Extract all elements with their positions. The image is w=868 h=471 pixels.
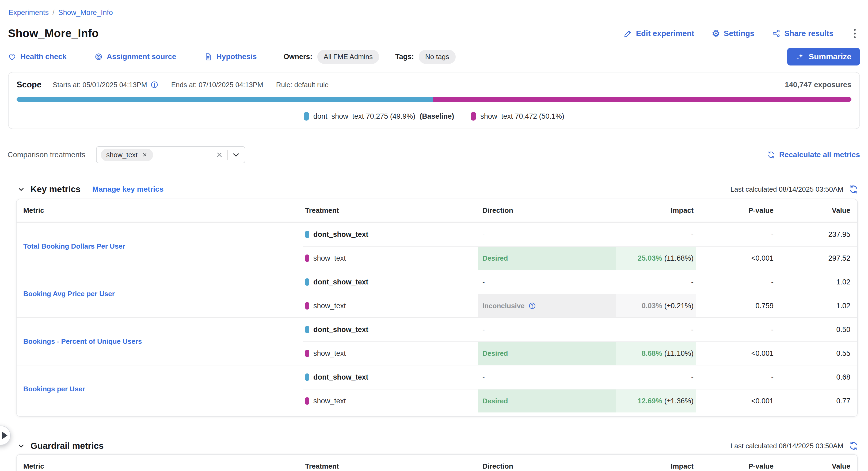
impact-value: -: [691, 278, 693, 286]
metric-value: 0.50: [836, 326, 850, 334]
metric-value: 0.77: [836, 397, 850, 405]
col-direction: Direction: [478, 206, 616, 215]
metric-link[interactable]: Total Booking Dollars Per User: [23, 242, 125, 250]
share-results-button[interactable]: Share results: [772, 29, 834, 38]
metric-value: 237.95: [828, 230, 850, 239]
impact-value: -: [691, 230, 693, 239]
pvalue: <0.001: [751, 349, 774, 358]
sidebar-expand-button[interactable]: [0, 426, 11, 445]
treatment-swatch-blue: [305, 278, 309, 286]
direction-value: Desired: [483, 349, 508, 358]
allocation-segment-show-text: [433, 97, 851, 102]
key-metrics-section-head: Key metrics Manage key metrics Last calc…: [17, 184, 858, 194]
treatment-chip: show_text: [101, 148, 153, 161]
metric-group: Bookings - Percent of Unique Users dont_…: [17, 317, 857, 365]
breadcrumb-experiments-link[interactable]: Experiments: [8, 8, 49, 17]
metric-link[interactable]: Bookings per User: [23, 385, 85, 393]
more-options-button[interactable]: [851, 27, 858, 40]
comparison-treatments-select[interactable]: show_text: [96, 146, 245, 163]
metric-link[interactable]: Booking Avg Price per User: [23, 290, 115, 298]
owners-pill[interactable]: All FME Admins: [317, 50, 379, 64]
edit-experiment-label: Edit experiment: [636, 29, 694, 38]
legend-baseline-suffix: (Baseline): [420, 112, 454, 121]
pvalue: -: [771, 326, 774, 334]
breadcrumb-current-link[interactable]: Show_More_Info: [58, 8, 113, 17]
metric-group: Bookings per User dont_show_text - - - 0…: [17, 365, 857, 412]
treatment-swatch-blue: [305, 326, 309, 333]
guardrail-metrics-title: Guardrail metrics: [31, 441, 103, 451]
direction-value: -: [483, 278, 485, 286]
impact-pct: 0.03%: [642, 302, 662, 310]
settings-label: Settings: [724, 29, 754, 38]
pencil-icon: [624, 29, 632, 38]
recalculate-label: Recalculate all metrics: [779, 150, 860, 159]
metric-group: Booking Avg Price per User dont_show_tex…: [17, 270, 857, 317]
metric-value: 1.02: [836, 302, 850, 310]
target-icon: [94, 53, 103, 61]
scope-ends-at: Ends at: 07/10/2025 04:13PM: [171, 81, 263, 89]
metric-value: 0.55: [836, 349, 850, 358]
refresh-icon[interactable]: [849, 441, 858, 451]
pvalue: 0.759: [755, 302, 774, 310]
pvalue: <0.001: [751, 254, 774, 263]
title-row: Show_More_Info Edit experiment ⚙ Setting…: [8, 27, 858, 40]
metric-link[interactable]: Bookings - Percent of Unique Users: [23, 337, 142, 346]
owners-label: Owners:: [284, 53, 312, 61]
impact-value: -: [691, 373, 693, 381]
meta-row: Health check Assignment source Hypothesi…: [8, 48, 860, 66]
info-icon[interactable]: [150, 81, 158, 89]
impact-ci: (±1.36%): [664, 397, 693, 405]
col-direction: Direction: [478, 462, 616, 470]
share-icon: [772, 29, 780, 38]
manage-key-metrics-link[interactable]: Manage key metrics: [92, 185, 163, 194]
exposures-count: 140,747 exposures: [785, 80, 851, 89]
recalculate-all-metrics-button[interactable]: Recalculate all metrics: [767, 150, 860, 159]
title-actions: Edit experiment ⚙ Settings Share results: [624, 27, 858, 40]
breadcrumb-separator: /: [53, 8, 55, 17]
chip-remove-icon[interactable]: [142, 152, 148, 158]
key-metrics-table: Metric Treatment Direction Impact P-valu…: [16, 199, 858, 417]
col-value: Value: [775, 462, 857, 470]
collapse-chevron-icon[interactable]: [17, 185, 25, 193]
hypothesis-link[interactable]: Hypothesis: [204, 53, 257, 61]
hypothesis-label: Hypothesis: [216, 53, 257, 61]
chevron-down-icon[interactable]: [231, 150, 241, 159]
treatment-name: show_text: [313, 349, 346, 358]
arrow-right-icon: [2, 432, 7, 439]
edit-experiment-button[interactable]: Edit experiment: [624, 29, 694, 38]
impact-pct: 8.68%: [642, 349, 662, 358]
legend-swatch-magenta: [471, 112, 476, 121]
scope-rule: Rule: default rule: [276, 81, 329, 89]
col-value: Value: [775, 206, 857, 215]
legend-swatch-blue: [304, 112, 309, 121]
document-icon: [204, 53, 213, 61]
metric-group: Total Booking Dollars Per User dont_show…: [17, 222, 857, 270]
summarize-button[interactable]: Summarize: [787, 48, 860, 66]
treatment-name: show_text: [313, 302, 346, 310]
col-metric: Metric: [17, 462, 303, 470]
allocation-legend: dont_show_text 70,275 (49.9%) (Baseline)…: [17, 112, 851, 121]
direction-value: -: [483, 326, 485, 334]
select-divider: [227, 150, 228, 160]
select-clear-icon[interactable]: [215, 151, 223, 159]
assignment-source-link[interactable]: Assignment source: [94, 53, 176, 61]
impact-pct: 25.03%: [638, 254, 662, 263]
treatment-name: show_text: [313, 397, 346, 405]
table-header: Metric Treatment Direction Impact P-valu…: [17, 199, 857, 222]
treatment-swatch-blue: [305, 373, 309, 381]
settings-button[interactable]: ⚙ Settings: [712, 29, 754, 38]
help-circle-icon[interactable]: [528, 302, 536, 309]
legend-treatment-text: show_text 70,472 (50.1%): [480, 112, 564, 121]
pvalue: -: [771, 373, 774, 381]
comparison-treatments-label: Comparison treatments: [7, 150, 85, 159]
collapse-chevron-icon[interactable]: [17, 442, 25, 450]
sparkles-icon: [796, 53, 804, 61]
health-check-label: Health check: [20, 53, 67, 61]
col-treatment: Treatment: [303, 462, 478, 470]
direction-value: Desired: [483, 397, 508, 405]
health-check-link[interactable]: Health check: [8, 53, 67, 61]
treatment-name: dont_show_text: [313, 326, 368, 334]
treatment-name: dont_show_text: [313, 278, 368, 286]
tags-pill: No tags: [419, 50, 456, 64]
refresh-icon[interactable]: [849, 184, 858, 194]
